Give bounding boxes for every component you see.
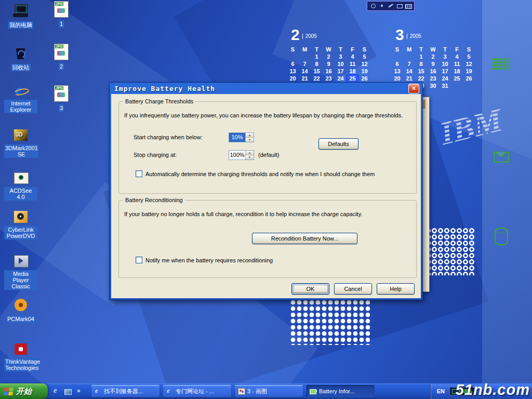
calendar-date-cell: 1 <box>415 53 427 60</box>
taskbar: 开始 找不到服务器...专门网论坛 - ...3 - 画图Battery Inf… <box>0 383 532 399</box>
phone-icon[interactable] <box>369 3 377 9</box>
calendar-date-cell: 5 <box>358 53 370 60</box>
dot-grid-decor <box>290 299 370 345</box>
calendar-date-cell: 21 <box>403 75 415 82</box>
calendar-date-cell: 30 <box>427 82 439 89</box>
ok-button[interactable]: OK <box>291 283 329 295</box>
calendar-year: 2005 <box>302 34 317 39</box>
start-charging-row: Start charging when below: 10% <box>134 132 254 142</box>
spinner-buttons <box>245 151 254 159</box>
spin-down-icon[interactable] <box>246 155 254 159</box>
wallpaper-shape <box>482 0 532 399</box>
auto-determine-checkbox[interactable] <box>136 170 142 177</box>
calendar-date-cell: 2 <box>323 53 335 60</box>
calendar-month-2: 22005SMTWTFS1234567891011121314151617181… <box>287 27 375 89</box>
stop-charging-spinner[interactable]: 100% <box>229 150 254 160</box>
calendar-date-cell: 4 <box>451 53 463 60</box>
desktop-icon-label: PCMark04 <box>6 315 35 323</box>
desktop-icon-powerdvd[interactable]: CyberLink PowerDVD <box>4 209 37 240</box>
desktop-icon-recycle-bin[interactable]: 回收站 <box>4 46 37 72</box>
calendar-date-cell: 24 <box>439 75 451 82</box>
display-icon[interactable] <box>396 3 403 9</box>
group-title: Battery Charge Thresholds <box>123 98 195 104</box>
thresholds-description: If you infrequently use battery power, y… <box>124 112 403 118</box>
desktop-icon-internet-explorer[interactable]: Internet Explorer <box>4 83 37 114</box>
taskbar-task-3[interactable]: 3 - 画图 <box>235 385 303 397</box>
calendar-month-number: 3 <box>395 27 404 43</box>
powerdvd-icon <box>12 209 29 225</box>
pen-icon[interactable] <box>387 3 394 9</box>
jpg-file-icon: JPG <box>54 1 69 18</box>
jpg-file-2[interactable]: JPG2 <box>50 44 73 71</box>
start-button[interactable]: 开始 <box>0 383 48 399</box>
calendar-header: 22005 <box>291 27 375 46</box>
defaults-button[interactable]: Defaults <box>318 138 358 150</box>
media-player-classic-icon <box>12 254 29 269</box>
stop-charging-value[interactable]: 100% <box>229 151 245 159</box>
calendar-date-cell: 22 <box>311 75 323 82</box>
improve-battery-health-dialog: Improve Battery Health Battery Charge Th… <box>109 82 423 300</box>
pcmark04-icon <box>12 297 29 313</box>
desktop-icon-label: CyberLink PowerDVD <box>4 226 37 240</box>
jpg-badge: JPG <box>55 86 63 90</box>
start-charging-value[interactable]: 10% <box>229 133 245 142</box>
desktop-icon-my-computer[interactable]: 我的电脑 <box>4 3 37 29</box>
calendar-header: 32005 <box>395 27 480 46</box>
spin-down-icon[interactable] <box>246 137 254 142</box>
calendar-date-cell <box>403 53 415 60</box>
jpg-file-3[interactable]: JPG3 <box>50 85 73 112</box>
help-button[interactable]: Help <box>377 283 415 295</box>
desktop-icon-acdsee[interactable]: ACDSee 4.0 <box>4 170 37 201</box>
show-desktop-icon[interactable] <box>64 389 72 395</box>
calendar-month-3: 32005SMTWTFS1234567891011121314151617181… <box>391 27 480 89</box>
notify-reconditioning-checkbox[interactable] <box>136 257 142 263</box>
close-button[interactable] <box>408 84 419 94</box>
cancel-button[interactable]: Cancel <box>334 283 372 295</box>
paint-icon <box>237 388 245 395</box>
desktop-icon-label: 回收站 <box>11 64 31 71</box>
calendar-date-cell: 4 <box>347 53 358 60</box>
taskbar-task-4[interactable]: Battery Infor... <box>307 385 375 397</box>
calendar-date-cell: 16 <box>427 68 439 75</box>
calendar-date-cell: 7 <box>299 60 311 68</box>
dialog-titlebar[interactable]: Improve Battery Health <box>111 83 421 94</box>
calendar-date-cell: 7 <box>403 60 415 68</box>
desktop-icon-thinkvantage[interactable]: ThinkVantage Technologies <box>4 341 37 372</box>
desktop-icon-3dmark2001-se[interactable]: 3DMark2001 SE <box>4 128 37 158</box>
keyboard-icon[interactable] <box>405 3 412 9</box>
start-charging-spinner[interactable]: 10% <box>229 132 254 142</box>
desktop-icon-label: Internet Explorer <box>4 100 37 113</box>
record-icon[interactable] <box>378 3 385 9</box>
calendar-date-cell: 18 <box>347 68 358 75</box>
calendar-date-cell <box>299 53 311 60</box>
dialog-body: Battery Charge Thresholds If you infrequ… <box>111 94 421 298</box>
quick-launch <box>48 383 88 399</box>
chevron-more-icon[interactable] <box>75 387 84 395</box>
desktop-icon-label: 我的电脑 <box>8 21 33 29</box>
notify-reconditioning-row: Notify me when the battery requires reco… <box>136 257 273 263</box>
spin-up-icon[interactable] <box>246 133 254 137</box>
acdsee-icon <box>12 170 29 186</box>
jpg-file-1[interactable]: JPG1 <box>50 1 73 28</box>
taskbar-task-2[interactable]: 专门网论坛 - ... <box>163 385 231 397</box>
calendar-date-cell: 19 <box>358 68 370 75</box>
calendar-weekday: S <box>287 46 299 53</box>
taskbar-task-1[interactable]: 找不到服务器... <box>91 385 159 397</box>
spin-up-icon[interactable] <box>246 151 254 155</box>
calendar-month-number: 2 <box>291 27 300 43</box>
recondition-battery-button[interactable]: Recondition Battery Now... <box>252 233 357 244</box>
language-indicator[interactable]: EN <box>437 388 445 394</box>
calendar-date-cell: 8 <box>415 60 427 68</box>
calendar-date-cell: 13 <box>287 68 299 75</box>
desktop-icon-label: ACDSee 4.0 <box>4 187 37 201</box>
desktop-icon-media-player-classic[interactable]: Media Player Classic <box>4 254 37 290</box>
desktop-icon-label: 3DMark2001 SE <box>4 144 38 158</box>
calendar-date-cell: 14 <box>299 68 311 75</box>
calendar-date-cell: 17 <box>335 68 347 75</box>
ie-quick-launch-icon[interactable] <box>52 387 61 395</box>
desktop-icon-pcmark04[interactable]: PCMark04 <box>4 297 37 323</box>
calendar-date-cell: 24 <box>335 75 347 82</box>
svg-text:IBM: IBM <box>436 102 507 152</box>
calendar-year: 2005 <box>407 34 421 39</box>
calendar-date-cell: 22 <box>415 75 427 82</box>
